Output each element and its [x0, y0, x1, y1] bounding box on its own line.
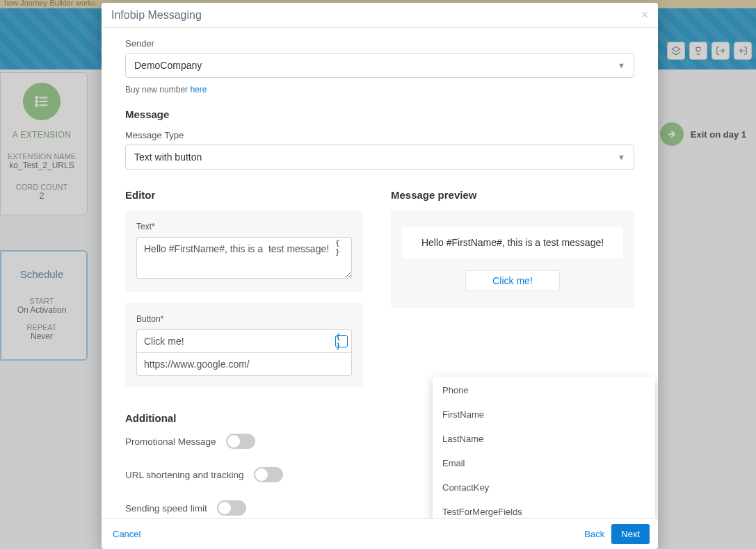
merge-field-item[interactable]: TestForMergeFields [433, 500, 655, 518]
promo-toggle[interactable] [226, 434, 255, 449]
back-button[interactable]: Back [581, 525, 607, 543]
button-text-input[interactable] [136, 329, 352, 353]
buy-number-link[interactable]: here [190, 85, 207, 95]
button-url-input[interactable] [136, 352, 352, 376]
sender-value: DemoCompany [134, 60, 202, 71]
editor-section-header: Editor [125, 189, 363, 201]
message-type-label: Message Type [125, 130, 634, 140]
chevron-down-icon: ▼ [618, 153, 625, 161]
cancel-button[interactable]: Cancel [110, 525, 143, 543]
url-shortening-toggle[interactable] [254, 467, 283, 482]
infobip-modal: Infobip Messaging × Sender Sender DemoCo… [102, 3, 658, 549]
buy-number-hint: Buy new number here [125, 85, 634, 95]
merge-field-item[interactable]: ContactKey [433, 475, 655, 500]
message-section-header: Message [125, 108, 634, 120]
text-label: Text* [136, 222, 352, 231]
merge-field-item[interactable]: FirstName [433, 402, 655, 427]
merge-field-item[interactable]: Email [433, 451, 655, 475]
merge-field-icon[interactable]: { } [335, 335, 348, 347]
next-button[interactable]: Next [611, 524, 650, 544]
close-icon[interactable]: × [641, 8, 648, 22]
speed-limit-toggle[interactable] [217, 500, 246, 516]
speed-limit-label: Sending speed limit [125, 503, 207, 514]
merge-field-item[interactable]: LastName [433, 427, 655, 451]
message-type-value: Text with button [134, 151, 202, 163]
preview-bubble: Hello #FirstName#, this is a test messag… [402, 227, 623, 258]
promo-label: Promotional Message [125, 436, 216, 447]
text-editor-card: Text* { } [125, 211, 363, 292]
merge-field-icon[interactable]: { } [335, 241, 348, 254]
preview-section-header: Message preview [391, 189, 634, 201]
modal-title: Infobip Messaging [111, 9, 202, 22]
modal-body: Sender Sender DemoCompany ▼ Buy new numb… [102, 28, 658, 518]
message-type-select[interactable]: Text with button ▼ [125, 145, 634, 170]
message-text-input[interactable] [136, 237, 352, 279]
button-label: Button* [136, 314, 352, 324]
message-preview-card: Hello #FirstName#, this is a test messag… [391, 211, 634, 308]
merge-field-menu: PhoneFirstNameLastNameEmailContactKeyTes… [433, 377, 655, 518]
merge-field-item[interactable]: Phone [433, 378, 655, 402]
url-shortening-label: URL shortening and tracking [125, 470, 244, 480]
chevron-down-icon: ▼ [618, 61, 625, 69]
modal-header: Infobip Messaging × [102, 3, 658, 28]
modal-footer: Cancel Back Next [102, 518, 658, 549]
sender-select[interactable]: DemoCompany ▼ [125, 53, 634, 78]
button-editor-card: Button* { } [125, 303, 363, 387]
buy-number-text: Buy new number [125, 85, 190, 95]
sender-label: Sender [125, 38, 634, 49]
preview-button: Click me! [465, 270, 560, 291]
